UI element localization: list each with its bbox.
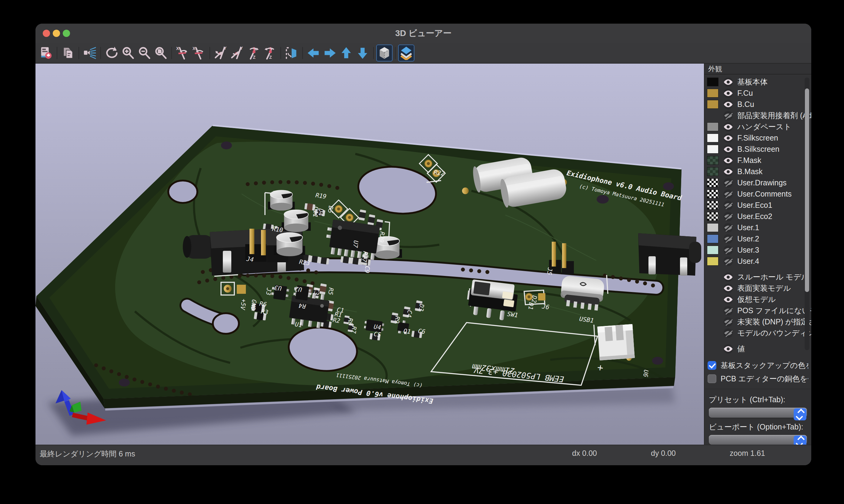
layer-color-swatch[interactable] — [707, 77, 719, 86]
flip-board-icon[interactable] — [283, 44, 300, 61]
visibility-eye-icon[interactable] — [722, 178, 735, 188]
statusbar: 最終レンダリング時間 6 ms dx 0.00 dy 0.00 zoom 1.6… — [35, 445, 811, 465]
visibility-eye-icon[interactable] — [722, 156, 735, 165]
layer-color-swatch[interactable] — [707, 201, 719, 210]
layer-color-swatch[interactable] — [707, 223, 719, 232]
layer-row: User.Drawings — [705, 177, 811, 188]
values-row: 値 — [705, 343, 811, 354]
visibility-eye-icon[interactable] — [722, 328, 735, 338]
model-option-label: スルーホール モデル — [737, 272, 809, 282]
layer-label: User.Comments — [737, 190, 792, 198]
toolbar: X X Y Y Z Z — [35, 43, 811, 63]
layer-color-swatch[interactable] — [707, 89, 719, 97]
visibility-eye-icon[interactable] — [722, 133, 735, 143]
pcb-editor-copper-colors-checkbox[interactable] — [708, 374, 717, 383]
reload-board-icon[interactable] — [38, 44, 54, 61]
jst-connector-u6 — [597, 324, 635, 360]
viewport-dropdown[interactable] — [709, 435, 807, 445]
layer-color-swatch[interactable] — [707, 122, 719, 131]
zoom-to-fit-icon[interactable] — [153, 44, 169, 61]
rotate-z-clockwise-icon[interactable]: Z — [245, 44, 262, 61]
led-d2 — [503, 299, 515, 307]
preset-dropdown[interactable] — [709, 408, 807, 417]
visibility-eye-icon[interactable] — [722, 144, 735, 154]
layer-label: F.Silkscreen — [737, 133, 778, 142]
rotate-y-counterclockwise-icon[interactable]: Y — [229, 44, 245, 61]
scrollbar-track[interactable] — [805, 77, 809, 350]
visibility-eye-icon[interactable] — [722, 77, 735, 87]
layer-color-swatch[interactable] — [707, 145, 719, 154]
visibility-eye-icon[interactable] — [722, 317, 735, 327]
svg-text:R8: R8 — [346, 318, 355, 326]
3d-viewport-canvas[interactable]: Exidiophone v6.0 Audio Board(c) Tomoya M… — [35, 63, 704, 445]
render-raytracing-icon[interactable] — [82, 44, 98, 61]
visibility-eye-icon[interactable] — [722, 294, 735, 304]
svg-text:U3: U3 — [274, 284, 282, 292]
svg-text:C9: C9 — [363, 265, 372, 273]
board-stackup-colors-checkbox[interactable] — [708, 361, 717, 370]
orthographic-projection-icon[interactable] — [376, 44, 393, 61]
layer-label: F.Cu — [737, 89, 753, 97]
move-right-icon[interactable] — [322, 44, 338, 61]
svg-text:D3: D3 — [417, 303, 426, 312]
scrollbar-thumb[interactable] — [805, 88, 809, 292]
values-label: 値 — [737, 344, 745, 354]
rotate-y-clockwise-icon[interactable]: Y — [212, 44, 229, 61]
move-down-icon[interactable] — [355, 44, 371, 61]
zoom-in-icon[interactable] — [120, 44, 136, 61]
move-up-icon[interactable] — [338, 44, 355, 61]
layer-color-swatch[interactable] — [707, 246, 719, 254]
layer-label: User.Drawings — [737, 178, 787, 187]
model-option-label: POS ファイルにないモデ — [737, 306, 811, 316]
rotate-x-counterclockwise-icon[interactable]: X — [191, 44, 207, 61]
layer-color-swatch[interactable] — [707, 100, 719, 109]
visibility-eye-icon[interactable] — [722, 256, 735, 266]
visibility-eye-icon[interactable] — [722, 189, 735, 199]
visibility-eye-icon[interactable] — [722, 222, 735, 233]
checkbox-row: 基板スタックアップの色を使用 — [708, 359, 808, 372]
svg-text:C5: C5 — [373, 330, 381, 338]
visibility-eye-icon[interactable] — [722, 272, 735, 282]
visibility-eye-icon[interactable] — [722, 167, 735, 177]
visibility-eye-icon[interactable] — [722, 234, 735, 244]
visibility-eye-icon[interactable] — [722, 200, 735, 210]
layer-row: F.Cu — [705, 88, 811, 99]
visibility-eye-icon[interactable] — [722, 111, 735, 121]
redraw-icon[interactable] — [103, 44, 120, 61]
model-option-row: スルーホール モデル — [705, 271, 811, 283]
svg-text:U6: U6 — [642, 369, 650, 377]
visibility-eye-icon[interactable] — [722, 306, 735, 316]
move-left-icon[interactable] — [305, 44, 322, 61]
layer-color-swatch[interactable] — [707, 234, 719, 243]
layer-row: User.2 — [705, 233, 811, 245]
layer-row: B.Cu — [705, 99, 811, 110]
layer-label: B.Cu — [737, 100, 754, 109]
visibility-eye-icon[interactable] — [722, 283, 735, 293]
zoom-out-icon[interactable] — [136, 44, 153, 61]
layer-color-swatch[interactable] — [707, 190, 719, 198]
show-appearance-panel-icon[interactable] — [398, 44, 414, 61]
layer-color-swatch[interactable] — [707, 167, 719, 176]
svg-text:D2: D2 — [530, 295, 538, 303]
visibility-eye-icon[interactable] — [722, 88, 735, 98]
svg-text:R23: R23 — [299, 258, 310, 267]
visibility-eye-icon[interactable] — [722, 245, 735, 255]
rotate-x-clockwise-icon[interactable]: X — [174, 44, 191, 61]
zoom-status: zoom 1.61 — [730, 449, 765, 458]
rotate-z-counterclockwise-icon[interactable]: Z — [262, 44, 278, 61]
layer-color-swatch[interactable] — [707, 212, 719, 221]
dy-status: dy 0.00 — [651, 449, 676, 458]
layer-color-swatch[interactable] — [707, 257, 719, 266]
visibility-eye-icon[interactable] — [722, 344, 735, 354]
copy-image-icon[interactable] — [60, 44, 76, 61]
titlebar: 3D ビューアー — [35, 24, 811, 43]
visibility-eye-icon[interactable] — [722, 122, 735, 132]
layer-color-swatch[interactable] — [707, 156, 719, 165]
layer-list: 基板本体 F.Cu — [705, 74, 811, 357]
model-option-label: モデルのバウンディング — [737, 328, 811, 338]
visibility-eye-icon[interactable] — [722, 100, 735, 109]
visibility-eye-icon[interactable] — [722, 211, 735, 221]
layer-color-swatch[interactable] — [707, 178, 719, 187]
appearance-panel: 外観 基板本体 — [704, 63, 811, 445]
layer-color-swatch[interactable] — [707, 133, 719, 142]
